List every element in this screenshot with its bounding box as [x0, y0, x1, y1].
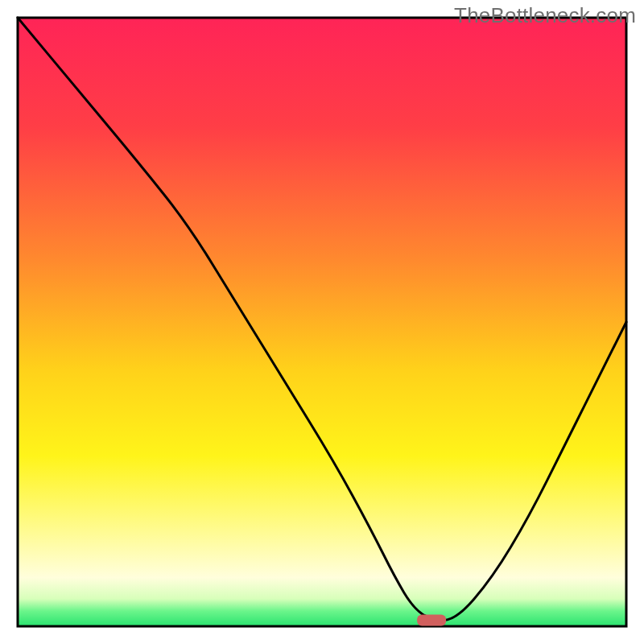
plot-background	[18, 18, 626, 626]
optimum-marker	[417, 614, 446, 625]
chart-frame: TheBottleneck.com	[0, 0, 644, 644]
watermark-label: TheBottleneck.com	[454, 3, 636, 28]
chart-svg	[0, 0, 644, 644]
